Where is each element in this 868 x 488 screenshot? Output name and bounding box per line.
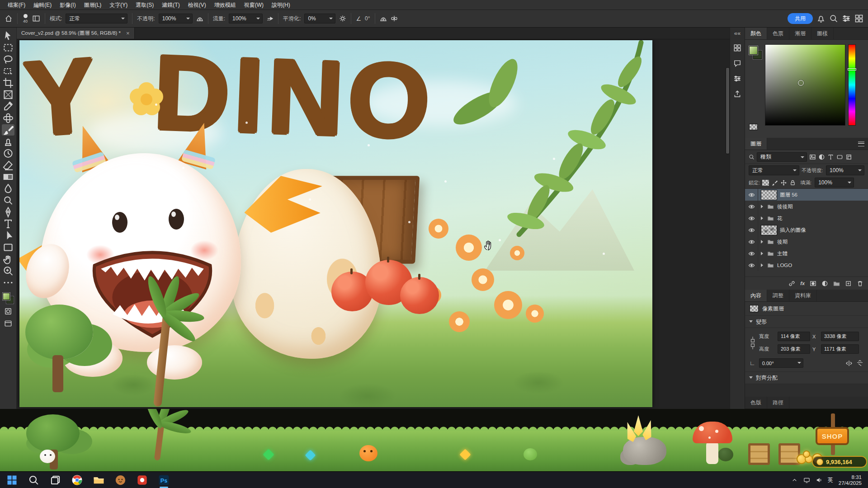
filter-kind-dropdown[interactable]: 種類 — [757, 152, 807, 162]
quick-mask-icon[interactable] — [4, 306, 12, 316]
edit-toolbar-button[interactable] — [2, 277, 14, 288]
layer-name[interactable]: 圖層 56 — [780, 192, 797, 198]
export-panel-icon[interactable] — [733, 90, 741, 98]
transparency-swatch[interactable] — [749, 124, 758, 130]
layer-row-body[interactable]: 花 — [758, 212, 868, 224]
home-icon[interactable] — [5, 14, 13, 23]
layer-fill-dropdown[interactable]: 100% — [815, 178, 854, 188]
document-tab[interactable]: Cover_v2.psd @ 58.9% (圖層 56, RGB/8) * × — [17, 28, 135, 39]
search-icon[interactable] — [829, 14, 838, 23]
layer-visibility-eye-icon[interactable] — [745, 212, 758, 224]
layer-row-4[interactable]: 後期 — [745, 236, 868, 248]
delete-layer-icon[interactable] — [857, 280, 863, 287]
lock-pixels-icon[interactable] — [771, 179, 778, 186]
history-brush-tool[interactable] — [2, 148, 14, 159]
height-field[interactable]: 203 像素 — [778, 344, 810, 354]
tab-dock-1[interactable]: 路徑 — [767, 397, 789, 408]
menu-item-6[interactable]: 濾鏡(T) — [158, 0, 184, 10]
expand-panels-icon[interactable]: «« — [734, 30, 741, 37]
eyedropper-tool[interactable] — [2, 101, 14, 112]
layer-name[interactable]: 後期 — [777, 239, 788, 245]
tab-props-2[interactable]: 資料庫 — [789, 290, 817, 301]
flow-dropdown[interactable]: 100% — [229, 14, 263, 23]
toggle-brush-panel-icon[interactable] — [32, 14, 40, 23]
pressure-opacity-icon[interactable] — [196, 15, 203, 22]
dodge-tool[interactable] — [2, 195, 14, 206]
layer-name[interactable]: LOGO — [777, 263, 792, 268]
layer-thumbnail[interactable] — [761, 225, 777, 235]
transform-section-header[interactable]: 變形 — [745, 316, 868, 328]
layer-visibility-eye-icon[interactable] — [745, 189, 758, 201]
share-button[interactable]: 共用 — [788, 13, 813, 24]
layer-row-0[interactable]: 圖層 56 — [745, 189, 868, 201]
healing-brush-tool[interactable] — [2, 113, 14, 124]
layer-effects-icon[interactable]: fx — [800, 281, 805, 286]
link-layers-icon[interactable] — [788, 280, 795, 287]
filter-shape-layers-icon[interactable] — [836, 154, 843, 160]
layer-row-6[interactable]: LOGO — [745, 259, 868, 271]
hue-slider-marker[interactable] — [848, 68, 856, 70]
foreground-background-swatches[interactable] — [2, 292, 14, 304]
flip-horizontal-icon[interactable] — [845, 360, 853, 367]
foreground-color-swatch[interactable] — [3, 293, 10, 300]
layer-row-body[interactable]: LOGO — [758, 259, 868, 271]
layer-name[interactable]: 插入的圖像 — [780, 227, 806, 234]
group-chevron-icon[interactable] — [761, 205, 765, 208]
lock-all-icon[interactable] — [789, 179, 796, 186]
path-selection-tool[interactable] — [2, 230, 14, 241]
constrain-proportions-icon[interactable] — [750, 335, 756, 351]
layer-name[interactable]: 後後期 — [777, 203, 793, 210]
tab-dock-0[interactable]: 色版 — [745, 397, 767, 408]
rotate-angle-field[interactable]: 0.00° — [759, 358, 803, 368]
hue-slider[interactable] — [848, 44, 856, 126]
brush-angle-value[interactable]: 0° — [365, 15, 370, 22]
layer-row-body[interactable]: 圖層 56 — [758, 189, 868, 201]
zoom-tool[interactable] — [2, 265, 14, 277]
workspace-switcher-icon[interactable] — [854, 14, 863, 23]
new-adjustment-layer-icon[interactable] — [821, 280, 828, 287]
layer-row-3[interactable]: 插入的圖像 — [745, 224, 868, 236]
layer-thumbnail[interactable] — [761, 190, 777, 200]
taskbar-search-app-icon[interactable] — [28, 474, 39, 486]
menu-item-8[interactable]: 增效模組 — [210, 0, 240, 10]
frame-tool[interactable] — [2, 89, 14, 100]
tray-expand-icon[interactable] — [791, 477, 798, 483]
align-section-header[interactable]: 對齊分配 — [745, 372, 868, 384]
eraser-tool[interactable] — [2, 160, 14, 171]
menu-item-7[interactable]: 檢視(V) — [184, 0, 210, 10]
filter-type-layers-icon[interactable] — [827, 154, 834, 160]
new-group-icon[interactable] — [833, 280, 840, 287]
layer-opacity-dropdown[interactable]: 100% — [826, 165, 864, 175]
y-field[interactable]: 1171 像素 — [821, 344, 859, 354]
adjustments-panel-icon[interactable] — [733, 75, 741, 83]
menu-item-10[interactable]: 說明(H) — [268, 0, 294, 10]
layer-visibility-eye-icon[interactable] — [745, 259, 758, 271]
airbrush-icon[interactable] — [266, 15, 274, 22]
group-chevron-icon[interactable] — [761, 263, 765, 267]
new-layer-icon[interactable] — [845, 280, 852, 287]
smoothing-dropdown[interactable]: 0% — [304, 14, 335, 23]
screen-mode-icon[interactable] — [4, 319, 12, 328]
layer-row-body[interactable]: 後期 — [758, 236, 868, 248]
layer-visibility-eye-icon[interactable] — [745, 236, 758, 248]
tab-color-3[interactable]: 圖樣 — [811, 28, 834, 39]
crop-tool[interactable] — [2, 77, 14, 89]
comments-panel-icon[interactable] — [733, 59, 741, 67]
pressure-size-icon[interactable] — [380, 15, 387, 22]
taskbar-photoshop-icon[interactable]: Ps — [158, 474, 170, 486]
gradient-tool[interactable] — [2, 171, 14, 183]
symmetry-icon[interactable] — [391, 15, 398, 22]
vertical-scrollbar[interactable] — [726, 42, 729, 404]
layer-blend-mode-dropdown[interactable]: 正常 — [749, 165, 799, 175]
layer-row-body[interactable]: 後後期 — [758, 201, 868, 212]
menu-item-0[interactable]: 檔案(F) — [4, 0, 29, 10]
filter-smart-object-icon[interactable] — [845, 154, 852, 160]
taskbar-start-icon[interactable] — [6, 474, 18, 486]
taskbar-red-app-icon[interactable] — [137, 474, 148, 486]
group-chevron-icon[interactable] — [761, 240, 765, 244]
menu-item-5[interactable]: 選取(S) — [132, 0, 158, 10]
group-chevron-icon[interactable] — [761, 252, 765, 255]
type-tool[interactable] — [2, 218, 14, 230]
taskbar-task-view-icon[interactable] — [50, 474, 61, 486]
brush-preset-picker[interactable]: 40 — [23, 14, 28, 23]
